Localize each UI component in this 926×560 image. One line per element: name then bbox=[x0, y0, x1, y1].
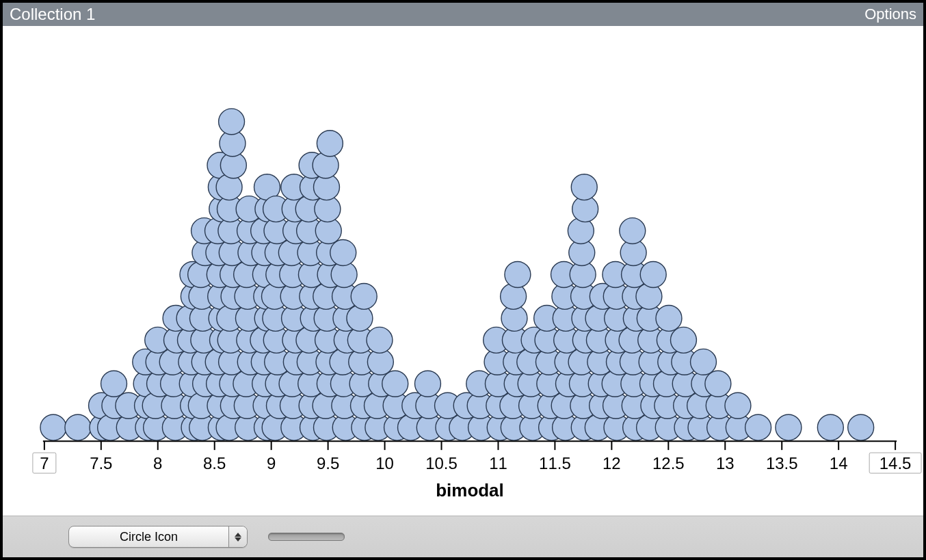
app-window: Collection 1 Options 77.588.599.51010.51… bbox=[0, 0, 926, 560]
x-tick-label: 13.5 bbox=[766, 454, 798, 472]
x-tick-label: 10.5 bbox=[425, 454, 458, 472]
data-dot[interactable] bbox=[725, 392, 751, 418]
data-dot[interactable] bbox=[691, 349, 717, 375]
icon-type-dropdown[interactable]: Circle Icon bbox=[68, 526, 248, 548]
x-tick-label: 14.5 bbox=[879, 454, 912, 472]
data-dot[interactable] bbox=[636, 283, 662, 309]
titlebar: Collection 1 Options bbox=[3, 3, 923, 26]
dotplot-chart: 77.588.599.51010.51111.51212.51313.51414… bbox=[3, 26, 923, 516]
data-dot[interactable] bbox=[501, 283, 527, 309]
data-dot[interactable] bbox=[65, 414, 91, 440]
x-tick-label: 9.5 bbox=[317, 454, 339, 472]
data-dot[interactable] bbox=[705, 371, 731, 397]
data-dot[interactable] bbox=[317, 131, 343, 157]
x-tick-label: 12 bbox=[603, 454, 621, 472]
data-dot[interactable] bbox=[219, 109, 245, 135]
size-slider[interactable] bbox=[268, 533, 345, 541]
x-tick-label: 10 bbox=[375, 454, 394, 472]
data-dot[interactable] bbox=[347, 305, 373, 331]
data-dot[interactable] bbox=[40, 414, 66, 440]
data-dot[interactable] bbox=[670, 327, 696, 353]
data-dot[interactable] bbox=[414, 371, 440, 397]
x-tick-label: 13 bbox=[716, 454, 735, 472]
x-tick-label: 14 bbox=[830, 454, 848, 472]
x-tick-label: 8 bbox=[153, 454, 162, 472]
dropdown-caret-icon bbox=[228, 526, 247, 547]
data-dot[interactable] bbox=[745, 414, 771, 440]
x-tick-label: 7 bbox=[40, 454, 49, 472]
data-dot[interactable] bbox=[351, 283, 377, 309]
x-axis-title: bimodal bbox=[436, 480, 504, 501]
data-dot[interactable] bbox=[382, 371, 408, 397]
data-dot[interactable] bbox=[640, 262, 666, 288]
options-menu[interactable]: Options bbox=[864, 5, 916, 23]
plot-area[interactable]: 77.588.599.51010.51111.51212.51313.51414… bbox=[3, 26, 923, 516]
data-dot[interactable] bbox=[571, 174, 597, 200]
data-dot[interactable] bbox=[367, 327, 393, 353]
x-tick-label: 11 bbox=[489, 454, 507, 472]
data-dot[interactable] bbox=[313, 152, 339, 178]
data-dot[interactable] bbox=[505, 262, 531, 288]
x-tick-label: 11.5 bbox=[539, 454, 571, 472]
x-tick-label: 12.5 bbox=[652, 454, 685, 472]
footer-bar: Circle Icon bbox=[3, 516, 923, 557]
x-tick-label: 8.5 bbox=[203, 454, 226, 472]
x-tick-label: 7.5 bbox=[90, 454, 112, 472]
data-dot[interactable] bbox=[216, 174, 242, 200]
data-dot[interactable] bbox=[817, 414, 843, 440]
x-tick-label: 9 bbox=[267, 454, 276, 472]
data-dot[interactable] bbox=[568, 218, 594, 244]
dropdown-label: Circle Icon bbox=[69, 530, 228, 544]
data-dot[interactable] bbox=[101, 371, 127, 397]
window-title: Collection 1 bbox=[10, 5, 95, 24]
data-dot[interactable] bbox=[330, 240, 356, 266]
data-dot[interactable] bbox=[848, 414, 874, 440]
data-dot[interactable] bbox=[776, 414, 802, 440]
data-dot[interactable] bbox=[656, 305, 682, 331]
data-dot[interactable] bbox=[620, 218, 646, 244]
